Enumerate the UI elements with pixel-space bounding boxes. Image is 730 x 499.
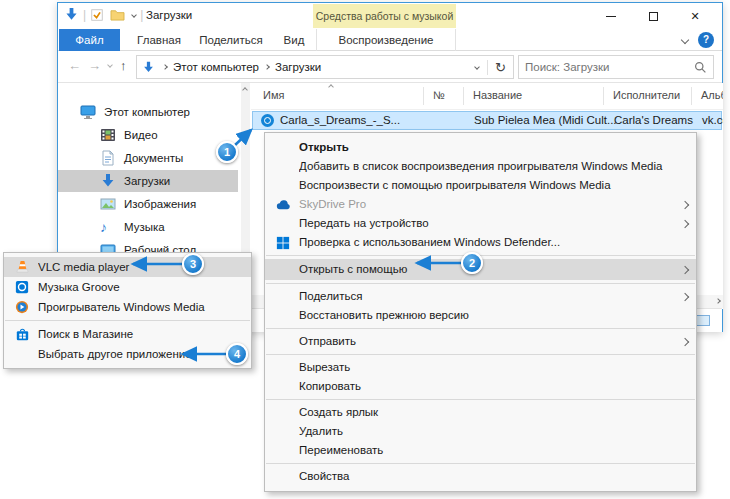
menu-item-copy[interactable]: Копировать bbox=[265, 377, 696, 396]
new-folder-icon[interactable] bbox=[110, 8, 125, 21]
tab-view[interactable]: Вид bbox=[272, 29, 316, 51]
column-header-artists[interactable]: Исполнители bbox=[613, 89, 680, 101]
sidebar-item-videos[interactable]: Видео bbox=[58, 124, 238, 146]
sidebar-item-downloads[interactable]: Загрузки bbox=[58, 170, 238, 192]
icon-slot bbox=[275, 334, 291, 350]
menu-item-send-to[interactable]: Отправить bbox=[265, 332, 696, 351]
submenu-chevron-icon bbox=[681, 200, 689, 208]
sidebar-item-documents[interactable]: Документы bbox=[58, 147, 238, 169]
window-title: Загрузки bbox=[146, 9, 192, 21]
submenu-chevron-icon bbox=[681, 337, 689, 345]
address-bar[interactable]: Этот компьютер Загрузки ↻ bbox=[136, 55, 514, 79]
icon-slot bbox=[275, 308, 291, 324]
breadcrumb-folder[interactable]: Загрузки bbox=[275, 61, 321, 73]
sidebar-item-this-pc[interactable]: Этот компьютер bbox=[58, 101, 238, 123]
sidebar-item-music[interactable]: ♪ Музыка bbox=[58, 216, 238, 238]
column-divider[interactable] bbox=[691, 87, 692, 105]
downloads-crumb-icon bbox=[142, 61, 155, 74]
menu-item-create-shortcut[interactable]: Создать ярлык bbox=[265, 403, 696, 422]
sidebar-item-label: Музыка bbox=[124, 221, 165, 233]
windows-defender-icon bbox=[275, 235, 291, 251]
search-box[interactable] bbox=[518, 55, 714, 79]
download-icon bbox=[100, 173, 116, 189]
breadcrumb-computer[interactable]: Этот компьютер bbox=[173, 61, 259, 73]
sidebar-item-label: Этот компьютер bbox=[104, 106, 190, 118]
search-icon[interactable] bbox=[694, 61, 707, 74]
tab-file[interactable]: Файл bbox=[59, 29, 120, 51]
open-with-submenu: VLC media player Музыка Groove Проигрыва… bbox=[3, 252, 252, 369]
scroll-right-icon[interactable] bbox=[715, 298, 721, 304]
maximize-button[interactable] bbox=[632, 3, 674, 29]
submenu-chevron-icon bbox=[681, 219, 689, 227]
column-header-name[interactable]: Имя bbox=[263, 89, 284, 101]
submenu-item-vlc[interactable]: VLC media player bbox=[4, 257, 251, 277]
minimize-button[interactable] bbox=[590, 3, 632, 29]
tab-playback[interactable]: Воспроизведение bbox=[316, 29, 456, 51]
back-icon[interactable]: ← bbox=[68, 58, 81, 73]
computer-icon bbox=[80, 104, 96, 120]
sidebar-item-pictures[interactable]: Изображения bbox=[58, 193, 238, 215]
forward-icon[interactable]: → bbox=[88, 58, 101, 73]
icon-slot bbox=[275, 289, 291, 305]
submenu-item-search-store[interactable]: Поиск в Магазине bbox=[4, 324, 251, 344]
column-header-album[interactable]: Альбом bbox=[701, 89, 723, 101]
menu-item-open[interactable]: Открыть bbox=[265, 138, 696, 157]
icon-slot bbox=[275, 424, 291, 440]
tab-share[interactable]: Поделиться bbox=[198, 29, 264, 51]
up-icon[interactable]: ↑ bbox=[120, 58, 127, 73]
submenu-item-groove[interactable]: Музыка Groove bbox=[4, 277, 251, 297]
column-header-number[interactable]: № bbox=[433, 89, 445, 101]
menu-separator bbox=[266, 463, 695, 464]
scroll-up-icon[interactable] bbox=[242, 87, 248, 93]
breadcrumb-separator-icon bbox=[264, 64, 270, 70]
submenu-chevron-icon bbox=[681, 292, 689, 300]
store-icon bbox=[14, 326, 30, 342]
column-header-title[interactable]: Название bbox=[473, 89, 522, 101]
ribbon-tab-row: Файл Главная Поделиться Вид Воспроизведе… bbox=[58, 29, 722, 51]
address-dropdown-icon[interactable] bbox=[474, 64, 480, 70]
customize-qat-icon[interactable] bbox=[131, 12, 137, 18]
menu-item-scan-with-defender[interactable]: Проверка с использованием Windows Defend… bbox=[265, 233, 696, 252]
menu-item-rename[interactable]: Переименовать bbox=[265, 441, 696, 460]
file-row-selected[interactable]: Carla_s_Dreams_-_S... Sub Pielea Mea (Mi… bbox=[252, 111, 722, 130]
sort-ascending-icon bbox=[328, 84, 334, 90]
properties-icon[interactable] bbox=[90, 8, 104, 22]
column-divider[interactable] bbox=[423, 87, 424, 105]
menu-item-play-with-wmp[interactable]: Воспроизвести с помощью проигрывателя Wi… bbox=[265, 176, 696, 195]
file-name: Carla_s_Dreams_-_S... bbox=[280, 114, 400, 126]
page: | | Загрузки Средства работы с музыкой ✕… bbox=[0, 0, 730, 499]
download-folder-icon bbox=[64, 7, 79, 22]
help-icon[interactable]: ? bbox=[698, 32, 714, 48]
document-icon bbox=[100, 150, 116, 166]
icon-slot bbox=[275, 216, 291, 232]
menu-item-cast-to-device[interactable]: Передать на устройство bbox=[265, 214, 696, 233]
address-toolbar: ← → ↑ Этот компьютер Загрузки ↻ bbox=[58, 52, 722, 83]
menu-item-cut[interactable]: Вырезать bbox=[265, 358, 696, 377]
menu-item-delete[interactable]: Удалить bbox=[265, 422, 696, 441]
refresh-icon[interactable]: ↻ bbox=[487, 60, 513, 75]
close-button[interactable]: ✕ bbox=[674, 3, 716, 29]
menu-item-add-to-wmp-playlist[interactable]: Добавить в список воспроизведения проигр… bbox=[265, 157, 696, 176]
file-album: vk.com/m bbox=[702, 114, 723, 126]
column-divider[interactable] bbox=[463, 87, 464, 105]
submenu-item-wmp[interactable]: Проигрыватель Windows Media bbox=[4, 297, 251, 317]
quick-access-toolbar: | | bbox=[64, 7, 147, 22]
search-input[interactable] bbox=[519, 61, 694, 73]
column-divider[interactable] bbox=[603, 87, 604, 105]
menu-item-properties[interactable]: Свойства bbox=[265, 467, 696, 486]
wmp-icon bbox=[14, 299, 30, 315]
callout-badge-2: 2 bbox=[461, 252, 483, 274]
submenu-item-choose-another-app[interactable]: Выбрать другое приложение bbox=[4, 344, 251, 364]
collapse-ribbon-icon[interactable] bbox=[681, 36, 689, 44]
menu-item-skydrive-pro[interactable]: SkyDrive Pro bbox=[265, 195, 696, 214]
menu-separator bbox=[266, 399, 695, 400]
menu-item-restore-previous[interactable]: Восстановить прежнюю версию bbox=[265, 306, 696, 325]
icon-slot bbox=[275, 159, 291, 175]
header-divider bbox=[251, 109, 723, 110]
recent-locations-icon[interactable] bbox=[107, 62, 113, 68]
submenu-chevron-icon bbox=[681, 265, 689, 273]
menu-separator bbox=[266, 283, 695, 284]
menu-item-share[interactable]: Поделиться bbox=[265, 287, 696, 306]
thumbnail-view-icon[interactable] bbox=[696, 315, 710, 326]
tab-home[interactable]: Главная bbox=[130, 29, 188, 51]
